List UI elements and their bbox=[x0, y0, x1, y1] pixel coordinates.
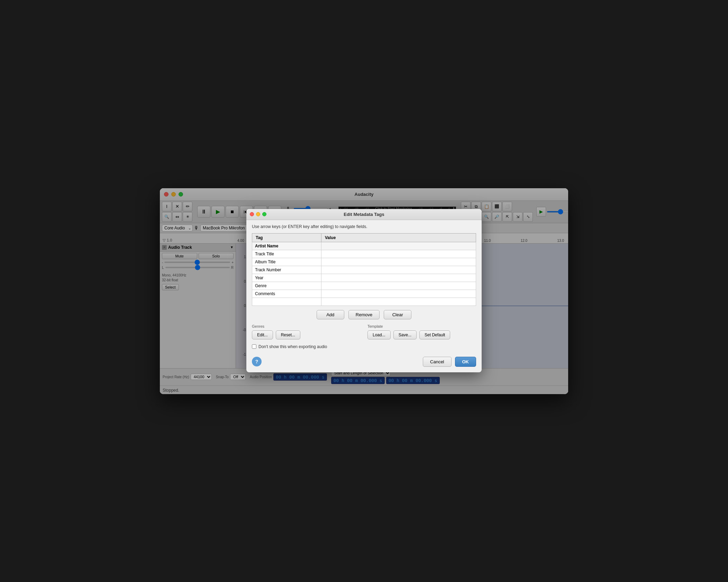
tag-cell-comments: Comments bbox=[252, 290, 321, 298]
genres-label: Genres bbox=[252, 324, 361, 328]
audacity-window: Audacity I ✕ ✏ 🔍 ⇔ ✳ ⏸ ▶ ■ ⏮ ⏭ ● bbox=[160, 188, 568, 394]
dialog-title: Edit Metadata Tags bbox=[344, 212, 384, 217]
template-section: Genres Edit... Reset... Template Load...… bbox=[252, 324, 476, 339]
table-row: Track Number bbox=[252, 266, 476, 274]
table-row: Album Title bbox=[252, 258, 476, 266]
value-column-header: Value bbox=[321, 233, 476, 242]
template-load-button[interactable]: Load... bbox=[367, 330, 391, 339]
genre-input[interactable] bbox=[324, 283, 473, 288]
help-button[interactable]: ? bbox=[252, 357, 262, 366]
value-cell-album[interactable] bbox=[321, 258, 476, 266]
genres-btn-row: Edit... Reset... bbox=[252, 330, 361, 339]
track-title-input[interactable] bbox=[324, 252, 473, 256]
template-save-button[interactable]: Save... bbox=[393, 330, 417, 339]
tag-column-header: Tag bbox=[252, 233, 321, 242]
dialog-hint: Use arrow keys (or ENTER key after editi… bbox=[252, 224, 476, 229]
empty-tag-input[interactable] bbox=[255, 299, 318, 304]
ok-button[interactable]: OK bbox=[455, 357, 476, 367]
template-btn-row: Load... Save... Set Default bbox=[367, 330, 476, 339]
dont-show-label: Don't show this when exporting audio bbox=[258, 344, 327, 349]
tag-cell-album: Album Title bbox=[252, 258, 321, 266]
tag-cell-artist: Artist Name bbox=[252, 242, 321, 250]
value-cell-comments[interactable] bbox=[321, 290, 476, 298]
template-group: Template Load... Save... Set Default bbox=[367, 324, 476, 339]
value-cell-artist[interactable] bbox=[321, 242, 476, 250]
value-cell-empty[interactable] bbox=[321, 298, 476, 306]
remove-button[interactable]: Remove bbox=[348, 310, 380, 319]
clear-button[interactable]: Clear bbox=[384, 310, 411, 319]
genres-edit-button[interactable]: Edit... bbox=[252, 330, 273, 339]
dont-show-checkbox[interactable] bbox=[252, 344, 256, 349]
empty-value-input[interactable] bbox=[324, 299, 473, 304]
table-row: Artist Name bbox=[252, 242, 476, 250]
tag-cell-empty[interactable] bbox=[252, 298, 321, 306]
dialog-maximize-button[interactable] bbox=[262, 212, 266, 216]
edit-metadata-dialog: Edit Metadata Tags Use arrow keys (or EN… bbox=[246, 209, 482, 372]
artist-name-input[interactable] bbox=[324, 244, 473, 248]
value-cell-track-number[interactable] bbox=[321, 266, 476, 274]
template-label: Template bbox=[367, 324, 476, 328]
template-set-default-button[interactable]: Set Default bbox=[419, 330, 450, 339]
value-cell-genre[interactable] bbox=[321, 282, 476, 290]
dialog-minimize-button[interactable] bbox=[256, 212, 260, 216]
dialog-actions: ? Cancel OK bbox=[252, 354, 476, 368]
add-button[interactable]: Add bbox=[317, 310, 344, 319]
album-title-input[interactable] bbox=[324, 260, 473, 264]
dialog-traffic-lights bbox=[250, 212, 266, 216]
table-row: Genre bbox=[252, 282, 476, 290]
tag-cell-genre: Genre bbox=[252, 282, 321, 290]
tag-cell-track-number: Track Number bbox=[252, 266, 321, 274]
value-cell-year[interactable] bbox=[321, 274, 476, 282]
tag-cell-title: Track Title bbox=[252, 250, 321, 258]
track-number-input[interactable] bbox=[324, 267, 473, 272]
dialog-close-button[interactable] bbox=[250, 212, 254, 216]
genres-reset-button[interactable]: Reset... bbox=[276, 330, 300, 339]
table-row-empty bbox=[252, 298, 476, 306]
table-row: Track Title bbox=[252, 250, 476, 258]
add-remove-clear-row: Add Remove Clear bbox=[252, 310, 476, 319]
table-row: Year bbox=[252, 274, 476, 282]
dont-show-row: Don't show this when exporting audio bbox=[252, 344, 476, 349]
value-cell-title[interactable] bbox=[321, 250, 476, 258]
metadata-table: Tag Value Artist Name Track Title bbox=[252, 233, 476, 306]
modal-overlay: Edit Metadata Tags Use arrow keys (or EN… bbox=[160, 188, 568, 394]
dialog-right-buttons: Cancel OK bbox=[423, 357, 476, 367]
tag-cell-year: Year bbox=[252, 274, 321, 282]
dialog-body: Use arrow keys (or ENTER key after editi… bbox=[246, 220, 482, 372]
comments-input[interactable] bbox=[324, 291, 473, 296]
cancel-button[interactable]: Cancel bbox=[423, 357, 451, 367]
year-input[interactable] bbox=[324, 275, 473, 280]
table-row: Comments bbox=[252, 290, 476, 298]
dialog-title-bar: Edit Metadata Tags bbox=[246, 209, 482, 220]
genres-group: Genres Edit... Reset... bbox=[252, 324, 361, 339]
